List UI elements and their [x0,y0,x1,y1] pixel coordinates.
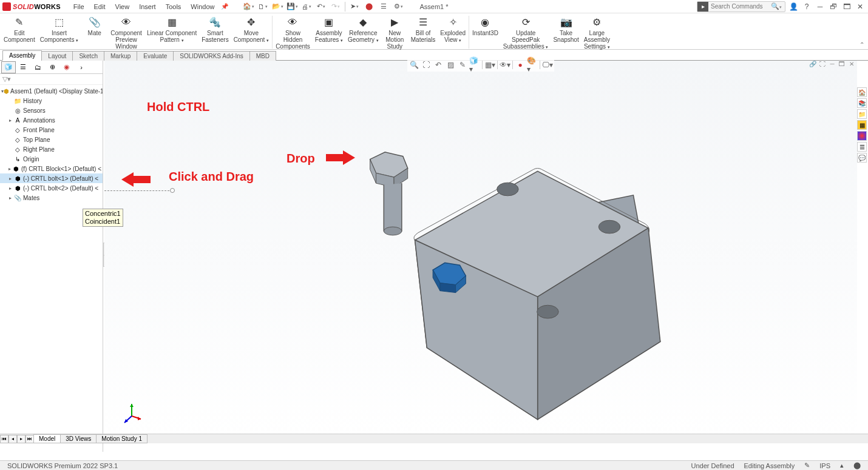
ribbon-new[interactable]: ▶New Motion Study [381,15,409,51]
file-explorer-tab[interactable]: 📁 [857,109,867,119]
menu-window[interactable]: Window [186,2,219,12]
tab-solidworks-add-ins[interactable]: SOLIDWORKS Add-Ins [173,51,249,61]
undo-button[interactable]: ↶▾ [314,1,328,12]
tree-item[interactable]: 📁History [0,96,103,106]
settings-button[interactable]: ⚙▾ [392,1,405,12]
options-button[interactable]: ☰ [377,1,390,12]
close-button[interactable]: ✕ [855,1,866,12]
tab-markup[interactable]: Markup [104,51,137,61]
tab-first-icon[interactable]: ⏮ [0,435,8,443]
pin-icon[interactable]: 📌 [221,3,228,10]
tree-item[interactable]: ◇Right Plane [0,144,103,154]
property-manager-tab[interactable]: ☰ [16,61,30,73]
status-units[interactable]: IPS [815,462,835,469]
dimxpert-tab[interactable]: ⊕ [45,61,59,73]
maximize-button[interactable]: 🗖 [841,1,852,12]
expand-icon[interactable]: ▸ [7,176,13,181]
minimize-button[interactable]: ─ [815,1,826,12]
tree-item[interactable]: ◎Sensors [0,106,103,115]
graphics-viewport[interactable]: 🔍 ⛶ ↶ ▨ ✎ 🧊▾ ▦▾ 👁▾ ● 🎨▾ 🖵▾ 🔗 ⛶ ─ 🗖 ✕ [104,61,857,443]
menu-edit[interactable]: Edit [90,2,110,12]
menu-insert[interactable]: Insert [135,2,160,12]
ribbon-instant3d[interactable]: ◉Instant3D [470,15,501,38]
forum-tab[interactable]: 💬 [857,153,867,163]
svg-point-6 [598,220,620,233]
tab-layout[interactable]: Layout [41,51,73,61]
new-button[interactable]: 🗋▾ [256,1,270,12]
design-library-tab[interactable]: 📚 [857,98,867,108]
configuration-tab[interactable]: 🗂 [30,61,45,73]
appearances-tab[interactable] [857,131,867,141]
tree-item[interactable]: ◇Front Plane [0,125,103,135]
bottom-tab-3dviews[interactable]: 3D Views [60,434,97,443]
ribbon-insert[interactable]: ⬚Insert Components ▾ [38,15,81,44]
ribbon-mate[interactable]: 📎Mate [81,15,108,38]
ribbon-exploded[interactable]: ✧Exploded View ▾ [438,15,468,44]
tree-root[interactable]: ▾⬢ Assem1 (Default) <Display State-1> [0,86,103,96]
ribbon-update[interactable]: ⟳Update SpeedPak Subassemblies ▾ [501,15,551,51]
ribbon-bill-of[interactable]: ☰Bill of Materials [409,15,438,44]
status-macro-icon[interactable]: ⬤ [849,462,866,469]
ribbon-smart[interactable]: 🔩Smart Fasteners [199,15,231,44]
save-button[interactable]: 💾▾ [285,1,299,12]
ribbon-linear-component[interactable]: ▦Linear Component Pattern ▾ [144,15,199,44]
menu-tools[interactable]: Tools [161,2,186,12]
tab-evaluate[interactable]: Evaluate [137,51,174,61]
tab-assembly[interactable]: Assembly [2,50,42,61]
select-button[interactable]: ➤▾ [348,1,361,12]
search-commands[interactable]: ▸ 🔍▾ [697,1,785,12]
search-input[interactable] [708,3,768,10]
tab-mbd[interactable]: MBD [249,51,276,61]
bottom-tab-motion[interactable]: Motion Study 1 [96,434,147,443]
login-button[interactable]: 👤 [788,1,799,12]
rebuild-button[interactable]: ⬤ [362,1,376,12]
tab-next-icon[interactable]: ▸ [17,435,25,443]
ribbon-reference[interactable]: ◆Reference Geometry ▾ [345,15,381,44]
tree-item[interactable]: ▸AAnnotations [0,115,103,125]
bottom-tab-model[interactable]: Model [33,434,61,443]
ribbon-edit[interactable]: ✎Edit Component [1,15,38,44]
menu-view[interactable]: View [111,2,134,12]
print-button[interactable]: 🖨▾ [300,1,313,12]
tree-item[interactable]: ◇Top Plane [0,135,103,144]
tree-item[interactable]: ▸📎Mates [0,193,103,203]
ribbon-show[interactable]: 👁Show Hidden Components [273,15,313,51]
panel-more[interactable]: › [74,61,89,73]
block-part[interactable] [414,168,660,419]
tree-item[interactable]: ▸⬢(f) CRTL Block<1> (Default) < [0,164,103,173]
expand-icon[interactable]: ▸ [7,186,13,191]
restore-button[interactable]: 🗗 [828,1,839,12]
tab-last-icon[interactable]: ⏭ [25,435,34,443]
view-palette-tab[interactable]: ▦ [857,120,867,130]
tab-sketch[interactable]: Sketch [72,51,104,61]
expand-icon[interactable]: ▸ [7,118,13,123]
ribbon-large[interactable]: ⚙Large Assembly Settings ▾ [581,15,612,51]
tree-item[interactable]: ▸⬢(-) CRTL bolt<2> (Default) < [0,183,103,193]
drag-trail-line [104,190,172,191]
display-manager-tab[interactable]: ◉ [59,61,74,73]
open-button[interactable]: 📂▾ [271,1,284,12]
ribbon-take[interactable]: 📷Take Snapshot [551,15,581,44]
ribbon-move[interactable]: ✥Move Component ▾ [231,15,271,44]
ribbon-component[interactable]: 👁Component Preview Window [108,15,144,51]
filter-row[interactable]: ▽▾ [0,74,103,85]
expand-icon[interactable]: ▸ [7,166,13,172]
home-button[interactable]: 🏠▾ [242,1,255,12]
tree-item[interactable]: ▸⬢(-) CRTL bolt<1> (Default) < [0,173,103,183]
redo-button[interactable]: ↷▾ [329,1,342,12]
resources-tab[interactable]: 🏠 [857,87,867,97]
expand-icon[interactable]: ▸ [7,195,13,201]
custom-props-tab[interactable]: ☰ [857,142,867,152]
menu-file[interactable]: File [69,2,89,12]
status-rebuild-icon[interactable]: ✎ [799,462,815,469]
bolt-dragged[interactable] [370,152,408,235]
search-icon[interactable]: 🔍▾ [768,2,785,10]
status-menu-icon[interactable]: ▴ [835,462,849,469]
feature-tree-tab[interactable]: 🧊 [1,61,16,73]
ribbon-assembly[interactable]: ▣Assembly Features ▾ [313,15,345,44]
tree-item[interactable]: ↳Origin [0,154,103,164]
collapse-ribbon-icon[interactable]: ⌃ [860,41,864,48]
tab-prev-icon[interactable]: ◂ [8,435,17,443]
view-triad[interactable] [120,401,144,425]
help-button[interactable]: ? [801,1,812,12]
